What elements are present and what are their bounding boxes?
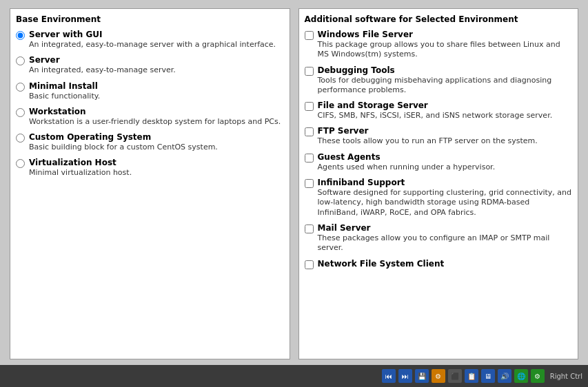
- radio-content-2: Minimal InstallBasic functionality.: [29, 81, 100, 101]
- checkbox-input-1[interactable]: [305, 67, 314, 76]
- check-item-6[interactable]: Mail ServerThese packages allow you to c…: [305, 223, 573, 253]
- radio-input-2[interactable]: [16, 83, 25, 92]
- radio-item-2[interactable]: Minimal InstallBasic functionality.: [16, 81, 284, 101]
- checkbox-input-4[interactable]: [305, 154, 314, 163]
- radio-label-4: Custom Operating System: [29, 132, 218, 142]
- check-label-6: Mail Server: [318, 223, 573, 233]
- radio-item-5[interactable]: Virtualization HostMinimal virtualizatio…: [16, 158, 284, 178]
- radio-label-2: Minimal Install: [29, 81, 100, 91]
- icon-settings[interactable]: ⚙: [432, 369, 445, 383]
- radio-label-1: Server: [29, 55, 176, 65]
- check-label-0: Windows File Server: [318, 30, 573, 39]
- radio-input-0[interactable]: [16, 31, 25, 40]
- check-content-5: Infiniband SupportSoftware designed for …: [318, 178, 573, 218]
- radio-content-5: Virtualization HostMinimal virtualizatio…: [29, 158, 132, 178]
- check-label-1: Debugging Tools: [318, 65, 573, 75]
- radio-label-0: Server with GUI: [29, 30, 276, 39]
- main-content: Base Environment Server with GUIAn integ…: [0, 0, 588, 365]
- check-desc-1: Tools for debugging misbehaving applicat…: [318, 76, 573, 96]
- check-content-2: File and Storage ServerCIFS, SMB, NFS, i…: [318, 101, 553, 121]
- right-ctrl-label: Right Ctrl: [550, 373, 582, 380]
- checkbox-input-0[interactable]: [305, 31, 314, 40]
- checkbox-input-6[interactable]: [305, 224, 314, 233]
- check-label-2: File and Storage Server: [318, 101, 553, 110]
- check-item-1[interactable]: Debugging ToolsTools for debugging misbe…: [305, 65, 573, 96]
- radio-label-3: Workstation: [29, 107, 281, 116]
- check-desc-4: Agents used when running under a hypervi…: [318, 163, 496, 172]
- check-content-3: FTP ServerThese tools allow you to run a…: [318, 126, 538, 146]
- check-item-5[interactable]: Infiniband SupportSoftware designed for …: [305, 178, 573, 218]
- base-environment-panel: Base Environment Server with GUIAn integ…: [10, 8, 290, 359]
- icon-save[interactable]: 💾: [415, 369, 429, 383]
- radio-item-0[interactable]: Server with GUIAn integrated, easy-to-ma…: [16, 30, 284, 50]
- icon-config[interactable]: ⚙: [531, 369, 545, 383]
- right-panel-title: Additional software for Selected Environ…: [305, 14, 573, 24]
- checkbox-input-7[interactable]: [305, 260, 314, 269]
- check-desc-2: CIFS, SMB, NFS, iSCSI, iSER, and iSNS ne…: [318, 111, 553, 121]
- radio-desc-3: Workstation is a user-friendly desktop s…: [29, 117, 281, 127]
- icon-forward[interactable]: ⏭: [398, 369, 412, 383]
- check-item-0[interactable]: Windows File ServerThis package group al…: [305, 30, 573, 60]
- checkbox-input-3[interactable]: [305, 127, 314, 136]
- radio-desc-2: Basic functionality.: [29, 92, 100, 101]
- radio-input-3[interactable]: [16, 108, 25, 117]
- radio-item-1[interactable]: ServerAn integrated, easy-to-manage serv…: [16, 55, 284, 75]
- icon-screen[interactable]: 🖥: [481, 369, 495, 383]
- icon-network[interactable]: 🌐: [514, 369, 528, 383]
- icon-rewind[interactable]: ⏮: [382, 369, 396, 383]
- radio-content-3: WorkstationWorkstation is a user-friendl…: [29, 107, 281, 127]
- radio-input-4[interactable]: [16, 134, 25, 143]
- check-desc-0: This package group allows you to share f…: [318, 40, 573, 60]
- radio-item-4[interactable]: Custom Operating SystemBasic building bl…: [16, 132, 284, 152]
- checkbox-input-2[interactable]: [305, 102, 314, 111]
- check-label-3: FTP Server: [318, 126, 538, 136]
- icon-audio[interactable]: 🔊: [498, 369, 511, 383]
- radio-input-5[interactable]: [16, 159, 25, 168]
- check-content-6: Mail ServerThese packages allow you to c…: [318, 223, 573, 253]
- check-item-7[interactable]: Network File System Client: [305, 259, 573, 269]
- check-label-4: Guest Agents: [318, 152, 496, 162]
- check-item-4[interactable]: Guest AgentsAgents used when running und…: [305, 152, 573, 172]
- left-panel-title: Base Environment: [16, 14, 284, 24]
- additional-software-panel: Additional software for Selected Environ…: [298, 8, 579, 359]
- check-content-0: Windows File ServerThis package group al…: [318, 30, 573, 60]
- radio-desc-1: An integrated, easy-to-manage server.: [29, 65, 176, 75]
- radio-item-3[interactable]: WorkstationWorkstation is a user-friendl…: [16, 107, 284, 127]
- radio-label-5: Virtualization Host: [29, 158, 132, 167]
- check-item-3[interactable]: FTP ServerThese tools allow you to run a…: [305, 126, 573, 146]
- bottom-bar: ⏮ ⏭ 💾 ⚙ ⬛ 📋 🖥 🔊 🌐 ⚙ Right Ctrl: [0, 365, 588, 387]
- check-label-7: Network File System Client: [318, 259, 445, 269]
- check-content-4: Guest AgentsAgents used when running und…: [318, 152, 496, 172]
- radio-desc-0: An integrated, easy-to-manage server wit…: [29, 40, 276, 50]
- radio-content-4: Custom Operating SystemBasic building bl…: [29, 132, 218, 152]
- radio-items-container: Server with GUIAn integrated, easy-to-ma…: [16, 30, 284, 178]
- check-desc-6: These packages allow you to configure an…: [318, 233, 573, 253]
- check-item-2[interactable]: File and Storage ServerCIFS, SMB, NFS, i…: [305, 101, 573, 121]
- checkbox-input-5[interactable]: [305, 179, 314, 188]
- check-content-1: Debugging ToolsTools for debugging misbe…: [318, 65, 573, 96]
- radio-content-0: Server with GUIAn integrated, easy-to-ma…: [29, 30, 276, 50]
- radio-desc-5: Minimal virtualization host.: [29, 168, 132, 178]
- check-label-5: Infiniband Support: [318, 178, 573, 187]
- check-content-7: Network File System Client: [318, 259, 445, 269]
- icon-display[interactable]: ⬛: [448, 369, 462, 383]
- radio-content-1: ServerAn integrated, easy-to-manage serv…: [29, 55, 176, 75]
- icon-clipboard[interactable]: 📋: [465, 369, 478, 383]
- check-desc-3: These tools allow you to run an FTP serv…: [318, 136, 538, 146]
- radio-desc-4: Basic building block for a custom CentOS…: [29, 143, 218, 152]
- checkbox-items-container: Windows File ServerThis package group al…: [305, 30, 573, 269]
- radio-input-1[interactable]: [16, 56, 25, 65]
- check-desc-5: Software designed for supporting cluster…: [318, 188, 573, 218]
